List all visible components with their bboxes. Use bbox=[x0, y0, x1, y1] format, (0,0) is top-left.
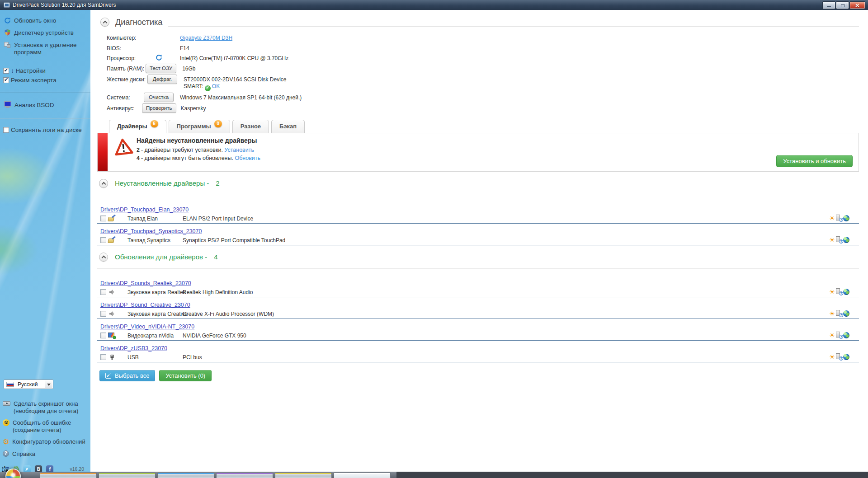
twitter-icon[interactable] bbox=[24, 465, 31, 472]
smart-status-link[interactable]: OK bbox=[212, 83, 220, 89]
driver-pack-link[interactable]: Drivers\DP_Sounds_Realtek_23070 bbox=[100, 280, 191, 286]
ram-test-button[interactable]: Тест ОЗУ bbox=[146, 64, 176, 73]
device-question-icon[interactable]: ? bbox=[836, 353, 843, 360]
sidebar-item-update-configurator[interactable]: ⚙Конфигуратор обновлений bbox=[0, 438, 90, 445]
driver-pack-link[interactable]: Drivers\DP_Sound_Creative_23070 bbox=[100, 302, 190, 308]
sidebar-item-label: Обновить окно bbox=[14, 17, 56, 24]
device-question-icon[interactable]: ? bbox=[836, 310, 843, 317]
driver-pack-link[interactable]: Drivers\DP_Video_nVIDIA-NT_23070 bbox=[100, 323, 194, 330]
cleanup-button[interactable]: Очистка bbox=[144, 93, 174, 102]
section-header-not-installed: Неустановленные драйверы -2 bbox=[98, 178, 859, 188]
minimize-button[interactable] bbox=[822, 1, 835, 9]
driver-pack-link[interactable]: Drivers\DP_zUSB3_23070 bbox=[100, 345, 167, 351]
language-select[interactable]: Русский bbox=[4, 380, 53, 389]
main-content: Диагностика Компьютер: Gigabyte Z370M D3… bbox=[90, 10, 868, 472]
taskbar-button[interactable] bbox=[157, 473, 214, 478]
system-info: Компьютер: Gigabyte Z370M D3H BIOS: F14 … bbox=[99, 33, 859, 113]
select-all-button[interactable]: Выбрать все bbox=[99, 370, 155, 381]
driver-checkbox[interactable] bbox=[100, 216, 106, 221]
device-question-icon[interactable]: ? bbox=[836, 332, 843, 338]
sun-icon[interactable]: ☀ bbox=[829, 288, 835, 295]
collapse-section-button[interactable] bbox=[99, 253, 108, 262]
install-link[interactable]: Установить bbox=[224, 147, 254, 153]
driver-row: Звуковая карта CreativeCreative X-Fi Aud… bbox=[97, 309, 859, 319]
globe-icon[interactable] bbox=[843, 332, 849, 338]
globe-icon[interactable] bbox=[843, 310, 849, 317]
diagnostics-header: Диагностика bbox=[99, 17, 859, 27]
tab-drivers[interactable]: Драйверы6 bbox=[109, 120, 166, 133]
facebook-icon[interactable]: f bbox=[46, 465, 53, 472]
driver-checkbox[interactable] bbox=[100, 237, 106, 243]
text: - драйверы могут быть обновлены. bbox=[141, 155, 233, 161]
refresh-icon[interactable] bbox=[155, 53, 162, 61]
gear-icon: ⚙ bbox=[3, 438, 9, 445]
collapse-diagnostics-button[interactable] bbox=[100, 18, 109, 27]
sun-icon[interactable]: ☀ bbox=[829, 215, 835, 221]
driver-checkbox[interactable] bbox=[100, 289, 106, 295]
collapse-section-button[interactable] bbox=[99, 179, 108, 188]
globe-icon[interactable] bbox=[843, 237, 849, 243]
taskbar-button[interactable] bbox=[275, 473, 332, 478]
sidebar-item-bsod-analysis[interactable]: Анализ BSOD bbox=[0, 99, 90, 111]
sidebar-item-help[interactable]: ?Справка bbox=[0, 450, 90, 458]
driver-checkbox[interactable] bbox=[100, 333, 106, 338]
tab-programs[interactable]: Программы0 bbox=[169, 120, 230, 133]
bsod-monitor-icon bbox=[4, 101, 11, 108]
taskbar-button[interactable] bbox=[99, 473, 156, 478]
tab-bar: Драйверы6Программы0РазноеБэкап bbox=[109, 119, 859, 133]
driver-pack-link[interactable]: Drivers\DP_Touchpad_Elan_23070 bbox=[100, 206, 189, 213]
driver-checkbox[interactable] bbox=[100, 311, 106, 317]
taskbar-button[interactable] bbox=[40, 473, 97, 478]
sidebar-item-screenshot[interactable]: Сделать скриншот окна (необходим для отч… bbox=[0, 400, 90, 414]
driver-group: Drivers\DP_Sound_Creative_23070Звуковая … bbox=[97, 302, 859, 319]
sun-icon[interactable]: ☀ bbox=[829, 332, 835, 338]
device-question-icon[interactable]: ? bbox=[836, 215, 843, 221]
sidebar-item-report-error[interactable]: ☢Сообщить об ошибке (создание отчета) bbox=[0, 419, 90, 433]
section-count: 2 bbox=[216, 179, 219, 187]
row-action-icons: ☀? bbox=[829, 236, 859, 244]
close-button[interactable]: × bbox=[849, 1, 865, 9]
sidebar-nav: Обновить окноДиспетчер устройствУстановк… bbox=[0, 10, 90, 58]
device-question-icon[interactable]: ? bbox=[836, 288, 843, 295]
field-value: Kaspersky bbox=[181, 103, 206, 112]
computer-link[interactable]: Gigabyte Z370M D3H bbox=[180, 35, 232, 41]
restore-button[interactable] bbox=[836, 1, 849, 9]
globe-icon[interactable] bbox=[843, 289, 849, 295]
install-and-update-button[interactable]: Установить и обновить bbox=[776, 155, 853, 167]
av-check-button[interactable]: Проверить bbox=[142, 103, 176, 113]
field-value: Intel(R) Core(TM) i7-8700K CPU @ 3.70GHz bbox=[180, 53, 288, 62]
sidebar-item-add-remove-programs[interactable]: Установка и удаление программ bbox=[0, 39, 90, 58]
screen: DriverPack Solution 16.20 для SamDrivers… bbox=[0, 0, 868, 478]
device-question-icon[interactable]: ? bbox=[836, 236, 843, 243]
tab-misc[interactable]: Разное bbox=[232, 120, 269, 133]
driver-pack-link[interactable]: Drivers\DP_Touchpad_Synaptics_23070 bbox=[100, 228, 202, 234]
settings-checkbox[interactable]: ↓ Настройки bbox=[0, 66, 90, 75]
defrag-button[interactable]: Дефраг. bbox=[147, 75, 177, 84]
checkbox-label: Режим эксперта bbox=[11, 77, 57, 84]
programs-icon bbox=[4, 41, 11, 48]
save-logs-checkbox[interactable]: Сохранять логи на диске bbox=[0, 125, 90, 135]
count: 4 bbox=[137, 155, 140, 161]
tab-backup[interactable]: Бэкап bbox=[271, 120, 305, 133]
taskbar-button[interactable] bbox=[216, 473, 273, 478]
sidebar-item-device-manager[interactable]: Диспетчер устройств bbox=[0, 27, 90, 39]
window-titlebar[interactable]: DriverPack Solution 16.20 для SamDrivers… bbox=[0, 0, 868, 10]
info-row-ram: Память (RAM): Тест ОЗУ 16Gb bbox=[99, 64, 859, 73]
device-name: Тачпад Synaptics bbox=[127, 237, 181, 244]
expert-mode-checkbox[interactable]: Режим эксперта bbox=[0, 75, 90, 85]
vk-icon[interactable]: B bbox=[35, 465, 42, 472]
driver-group-list: Drivers\DP_Sounds_Realtek_23070Звуковая … bbox=[97, 269, 859, 362]
update-link[interactable]: Обновить bbox=[235, 155, 260, 161]
sun-icon[interactable]: ☀ bbox=[829, 310, 835, 317]
sidebar-divider bbox=[0, 92, 90, 92]
install-selected-button[interactable]: Установить (0) bbox=[159, 370, 212, 381]
driver-checkbox[interactable] bbox=[100, 354, 106, 360]
sun-icon[interactable]: ☀ bbox=[829, 353, 835, 360]
sun-icon[interactable]: ☀ bbox=[829, 236, 835, 243]
sidebar-item-refresh-window[interactable]: Обновить окно bbox=[0, 14, 90, 27]
save-logs-label: Сохранять логи на диске bbox=[11, 127, 82, 133]
globe-icon[interactable] bbox=[843, 215, 849, 221]
taskbar-button[interactable] bbox=[334, 473, 391, 478]
globe-icon[interactable] bbox=[843, 354, 849, 360]
chevron-down-icon[interactable] bbox=[45, 380, 52, 388]
